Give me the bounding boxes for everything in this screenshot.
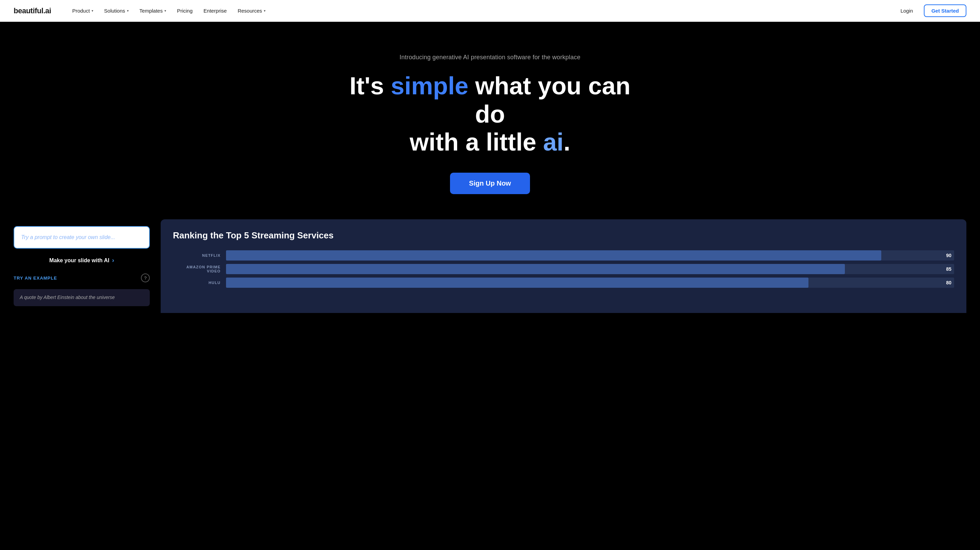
try-example-label: TRY AN EXAMPLE: [14, 276, 57, 281]
bar-value: 85: [946, 266, 951, 272]
bar-row: NETFLIX90: [173, 250, 954, 260]
bar-track: 90: [226, 250, 954, 260]
navbar: beautiful.ai Product▾Solutions▾Templates…: [0, 0, 980, 22]
hero-title-part3: with a little: [409, 128, 543, 156]
chevron-down-icon: ▾: [92, 9, 93, 13]
bar-label: AMAZON PRIME VIDEO: [173, 265, 221, 273]
bar-row: AMAZON PRIME VIDEO85: [173, 264, 954, 274]
nav-menu: Product▾Solutions▾Templates▾PricingEnter…: [67, 5, 895, 16]
bar-fill: [226, 250, 881, 260]
prompt-input-wrapper: [14, 226, 150, 249]
prompt-input[interactable]: [14, 227, 149, 248]
nav-item-pricing[interactable]: Pricing: [172, 5, 197, 16]
nav-item-product[interactable]: Product▾: [67, 5, 98, 16]
get-started-button[interactable]: Get Started: [924, 5, 966, 17]
bottom-section: Make your slide with AI › TRY AN EXAMPLE…: [0, 219, 980, 313]
make-slide-button[interactable]: Make your slide with AI ›: [14, 254, 150, 267]
chevron-down-icon: ▾: [264, 9, 266, 13]
chevron-down-icon: ▾: [164, 9, 166, 13]
hero-title-period: .: [564, 128, 571, 156]
hero-subtitle: Introducing generative AI presentation s…: [399, 54, 581, 61]
login-button[interactable]: Login: [895, 5, 918, 16]
bar-fill: [226, 264, 845, 274]
hero-title-ai: ai: [543, 128, 563, 156]
bar-label: NETFLIX: [173, 253, 221, 257]
bar-label: HULU: [173, 281, 221, 285]
try-example-section: TRY AN EXAMPLE ?: [14, 272, 150, 284]
help-icon[interactable]: ?: [141, 273, 150, 282]
nav-item-resources[interactable]: Resources▾: [233, 5, 270, 16]
bar-fill: [226, 277, 808, 288]
bar-value: 90: [946, 253, 951, 258]
hero-section: Introducing generative AI presentation s…: [0, 22, 980, 219]
example-card[interactable]: A quote by Albert Einstein about the uni…: [14, 289, 150, 306]
navbar-actions: Login Get Started: [895, 5, 966, 17]
make-slide-label: Make your slide with AI: [49, 257, 109, 264]
bar-value: 80: [946, 280, 951, 285]
bar-row: HULU80: [173, 277, 954, 288]
hero-title-simple: simple: [391, 72, 468, 99]
sign-up-button[interactable]: Sign Up Now: [450, 173, 530, 194]
right-panel: Ranking the Top 5 Streaming Services NET…: [161, 219, 966, 313]
nav-item-enterprise[interactable]: Enterprise: [199, 5, 231, 16]
bar-chart: NETFLIX90AMAZON PRIME VIDEO85HULU80: [173, 250, 954, 288]
chart-title: Ranking the Top 5 Streaming Services: [173, 230, 954, 241]
bar-track: 80: [226, 277, 954, 288]
left-panel: Make your slide with AI › TRY AN EXAMPLE…: [14, 219, 150, 313]
chevron-down-icon: ▾: [127, 9, 129, 13]
nav-item-templates[interactable]: Templates▾: [135, 5, 171, 16]
hero-title-part2: what you can do: [468, 72, 630, 128]
arrow-right-icon: ›: [112, 257, 114, 264]
hero-title-part1: It's: [350, 72, 391, 99]
bar-track: 85: [226, 264, 954, 274]
nav-item-solutions[interactable]: Solutions▾: [99, 5, 134, 16]
hero-title: It's simple what you can do with a littl…: [337, 72, 643, 156]
logo[interactable]: beautiful.ai: [14, 6, 51, 15]
